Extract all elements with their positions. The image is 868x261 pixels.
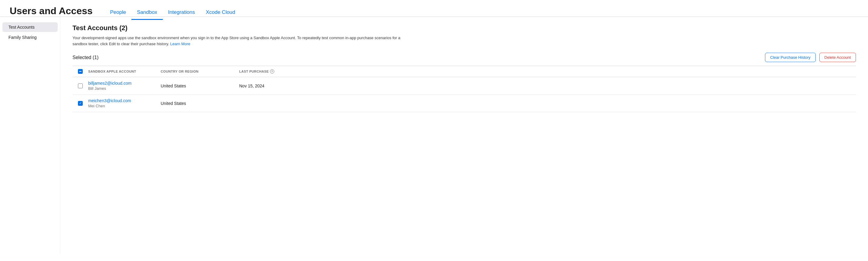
tab-people[interactable]: People bbox=[105, 9, 132, 20]
selection-bar: Selected (1) Clear Purchase History Dele… bbox=[72, 53, 856, 62]
row2-account-cell: meichen3@icloud.com Mei Chen bbox=[88, 98, 161, 108]
table-header: SANDBOX APPLE ACCOUNT COUNTRY OR REGION … bbox=[72, 66, 856, 77]
last-purchase-help-icon[interactable]: ? bbox=[270, 69, 274, 74]
header-checkbox-cell bbox=[72, 69, 88, 74]
indeterminate-icon bbox=[79, 71, 82, 72]
row2-checkbox[interactable]: ✓ bbox=[78, 101, 83, 106]
tab-sandbox[interactable]: Sandbox bbox=[131, 9, 162, 20]
sidebar-item-test-accounts[interactable]: Test Accounts bbox=[2, 22, 58, 32]
header-last-purchase: LAST PURCHASE ? bbox=[239, 69, 318, 74]
main-content: Test Accounts (2) Your development-signe… bbox=[60, 17, 868, 254]
row1-email[interactable]: billjames2@icloud.com bbox=[88, 81, 131, 85]
select-all-checkbox[interactable] bbox=[78, 69, 83, 74]
row2-account: meichen3@icloud.com Mei Chen bbox=[88, 98, 131, 108]
learn-more-link[interactable]: Learn More bbox=[170, 42, 190, 46]
row1-account: billjames2@icloud.com Bill James bbox=[88, 81, 131, 91]
nav-tabs: People Sandbox Integrations Xcode Cloud bbox=[105, 6, 241, 16]
row1-checkbox-cell bbox=[72, 83, 88, 88]
header-country: COUNTRY OR REGION bbox=[161, 69, 239, 74]
row1-last-purchase: Nov 15, 2024 bbox=[239, 83, 318, 88]
section-description: Your development-signed apps use the san… bbox=[72, 35, 405, 47]
checkmark-icon: ✓ bbox=[79, 102, 82, 105]
header-account: SANDBOX APPLE ACCOUNT bbox=[88, 69, 161, 74]
row1-name: Bill James bbox=[88, 86, 131, 91]
page-title: Users and Access bbox=[10, 5, 93, 16]
selected-label: Selected (1) bbox=[72, 55, 98, 60]
sidebar-item-family-sharing[interactable]: Family Sharing bbox=[2, 33, 58, 42]
sidebar: Test Accounts Family Sharing bbox=[0, 17, 60, 254]
page-header: Users and Access People Sandbox Integrat… bbox=[0, 0, 868, 16]
row2-country: United States bbox=[161, 101, 239, 106]
row2-checkbox-cell: ✓ bbox=[72, 101, 88, 106]
clear-purchase-history-button[interactable]: Clear Purchase History bbox=[765, 53, 816, 62]
section-title: Test Accounts (2) bbox=[72, 24, 856, 32]
delete-account-button[interactable]: Delete Account bbox=[819, 53, 856, 62]
row2-email[interactable]: meichen3@icloud.com bbox=[88, 98, 131, 103]
action-buttons: Clear Purchase History Delete Account bbox=[765, 53, 856, 62]
row1-country: United States bbox=[161, 83, 239, 88]
row1-account-cell: billjames2@icloud.com Bill James bbox=[88, 81, 161, 91]
row2-name: Mei Chen bbox=[88, 104, 131, 108]
page-layout: Test Accounts Family Sharing Test Accoun… bbox=[0, 17, 868, 254]
tab-integrations[interactable]: Integrations bbox=[163, 9, 200, 20]
row1-checkbox[interactable] bbox=[78, 83, 83, 88]
accounts-table: SANDBOX APPLE ACCOUNT COUNTRY OR REGION … bbox=[72, 66, 856, 112]
tab-xcode-cloud[interactable]: Xcode Cloud bbox=[200, 9, 240, 20]
table-row: billjames2@icloud.com Bill James United … bbox=[72, 77, 856, 95]
table-row: ✓ meichen3@icloud.com Mei Chen United St… bbox=[72, 95, 856, 112]
